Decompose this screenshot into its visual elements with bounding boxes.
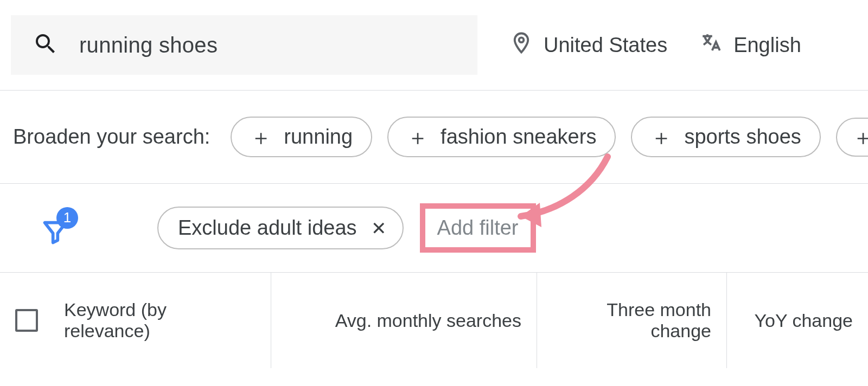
filter-funnel-button[interactable]: 1 [38,209,76,247]
location-selector[interactable]: United States [510,31,667,59]
search-and-locale-row: running shoes United States English [0,0,868,90]
plus-icon: ＋ [650,126,672,148]
close-icon[interactable]: ✕ [371,219,386,237]
column-header-three-month[interactable]: Three month change [537,273,727,368]
search-query-text: running shoes [79,33,218,57]
translate-icon [700,31,723,59]
broaden-search-row: Broaden your search: ＋ running ＋ fashion… [0,91,868,184]
column-header-label: Keyword (by relevance) [64,299,256,342]
column-header-label: YoY change [754,310,853,331]
column-header-label: Avg. monthly searches [335,310,521,331]
language-label: English [733,34,801,57]
svg-point-0 [519,37,524,42]
broaden-chip-running[interactable]: ＋ running [231,117,372,157]
add-filter-button[interactable]: Add filter [420,203,536,253]
language-selector[interactable]: English [700,31,801,59]
select-all-checkbox[interactable] [15,309,38,332]
active-filter-label: Exclude adult ideas [178,216,357,240]
column-header-keyword[interactable]: Keyword (by relevance) [0,273,271,368]
filter-row: 1 Exclude adult ideas ✕ Add filter [0,184,868,273]
broaden-chip-label: running [284,125,353,149]
broaden-chip-overflow[interactable]: ＋ [836,118,868,157]
broaden-chip-sports-shoes[interactable]: ＋ sports shoes [631,117,820,157]
filter-count-badge: 1 [56,207,78,229]
location-pin-icon [510,31,533,59]
table-header-row: Keyword (by relevance) Avg. monthly sear… [0,273,868,368]
plus-icon: ＋ [250,126,272,148]
add-filter-label: Add filter [437,216,519,239]
broaden-chip-label: fashion sneakers [441,125,596,149]
column-header-label: Three month change [552,299,711,342]
broaden-chip-fashion-sneakers[interactable]: ＋ fashion sneakers [387,117,616,157]
plus-icon: ＋ [407,126,429,148]
active-filter-pill[interactable]: Exclude adult ideas ✕ [157,207,404,249]
broaden-label: Broaden your search: [13,125,210,149]
locale-group: United States English [510,31,801,59]
broaden-chip-label: sports shoes [684,125,801,149]
column-header-avg-searches[interactable]: Avg. monthly searches [271,273,537,368]
plus-icon: ＋ [852,126,868,148]
location-label: United States [544,34,667,57]
search-input[interactable]: running shoes [11,15,477,75]
column-header-yoy[interactable]: YoY change [727,273,868,368]
search-icon [33,31,59,59]
